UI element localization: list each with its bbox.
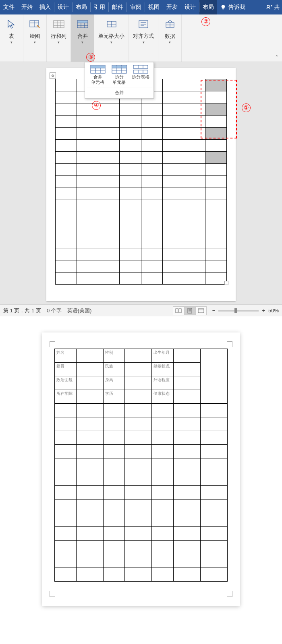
menu-table-design[interactable]: 设计: [181, 0, 199, 14]
view-web-layout[interactable]: [195, 306, 207, 315]
menubar: 文件 开始 插入 设计 布局 引用 邮件 审阅 视图 开发 设计 布局 告诉我 …: [0, 0, 282, 14]
ribbon-group-cell-size[interactable]: 单元格大小 ▾: [94, 14, 129, 62]
cursor-icon: [5, 18, 18, 31]
share-icon[interactable]: [266, 4, 273, 10]
field-education: 学历: [103, 390, 125, 404]
ribbon-label-align: 对齐方式: [133, 33, 154, 39]
merge-cells-button[interactable]: 合并 单元格: [88, 65, 107, 85]
table-resize-handle[interactable]: [224, 281, 228, 285]
tell-me[interactable]: 告诉我: [217, 0, 249, 14]
data-icon: [164, 18, 176, 31]
svg-rect-45: [176, 309, 178, 313]
svg-rect-51: [198, 309, 204, 313]
zoom-controls: − + 50%: [212, 308, 279, 314]
ribbon-label-data: 数据: [165, 33, 175, 39]
status-page[interactable]: 第 1 页，共 1 页: [3, 307, 41, 314]
field-height: 身高: [103, 376, 125, 390]
collapse-ribbon-icon[interactable]: ⌃: [275, 54, 279, 60]
menu-home[interactable]: 开始: [18, 0, 36, 14]
annotation-1: ①: [242, 102, 251, 112]
split-table-label: 拆分表格: [132, 74, 149, 80]
ribbon-group-align[interactable]: 对齐方式 ▾: [129, 14, 158, 62]
menu-view[interactable]: 视图: [145, 0, 163, 14]
document-page[interactable]: ✥: [46, 68, 236, 301]
ribbon-label-draw: 绘图: [30, 33, 40, 39]
ribbon: 表 ▾ 绘图 ▾ 行和列 ▾ 合并 ▾: [0, 14, 282, 62]
menu-file[interactable]: 文件: [0, 0, 18, 14]
zoom-slider[interactable]: [218, 310, 259, 312]
split-table-icon: [133, 65, 148, 74]
status-words[interactable]: 0 个字: [47, 307, 62, 314]
merge-icon: [76, 18, 89, 31]
field-birth: 出生年月: [152, 349, 174, 363]
field-college: 所在学院: [55, 390, 77, 404]
chevron-down-icon: ▾: [10, 40, 12, 44]
ribbon-label-merge: 合并: [77, 33, 88, 39]
preview-area: 姓名 性别 出生年月 籍贯 民族 婚姻状况 政治面貌 身高 外语程度 所在学院 …: [0, 316, 282, 622]
menu-table-layout[interactable]: 布局: [199, 0, 217, 14]
field-origin: 籍贯: [55, 363, 77, 376]
cell-size-icon: [105, 18, 118, 31]
ribbon-group-draw[interactable]: 绘图 ▾: [23, 14, 47, 62]
field-name: 姓名: [55, 349, 77, 363]
menu-layout[interactable]: 布局: [73, 0, 90, 14]
corner-mark: [227, 341, 232, 347]
document-table[interactable]: [55, 79, 227, 285]
ribbon-label-table: 表: [9, 33, 14, 39]
view-print-layout[interactable]: [184, 306, 195, 315]
svg-rect-36: [112, 66, 116, 68]
chevron-down-icon: ▾: [169, 40, 171, 44]
lightbulb-icon: [220, 4, 226, 10]
table-move-handle[interactable]: ✥: [50, 72, 56, 79]
view-buttons: [173, 306, 207, 315]
split-cells-button[interactable]: 拆分 单元格: [110, 65, 129, 85]
view-read-mode[interactable]: [173, 306, 184, 315]
zoom-level[interactable]: 50%: [268, 308, 279, 314]
svg-rect-38: [122, 66, 126, 68]
status-bar: 第 1 页，共 1 页 0 个字 英语(美国) − + 50%: [0, 304, 282, 316]
chevron-down-icon: ▾: [143, 40, 145, 44]
svg-rect-40: [133, 70, 148, 73]
chevron-down-icon: ▾: [58, 40, 60, 44]
menubar-right: 共: [264, 0, 282, 14]
ribbon-group-table[interactable]: 表 ▾: [0, 14, 23, 62]
word-app: 文件 开始 插入 设计 布局 引用 邮件 审阅 视图 开发 设计 布局 告诉我 …: [0, 0, 282, 316]
corner-mark: [50, 591, 55, 597]
status-language[interactable]: 英语(美国): [67, 307, 92, 314]
svg-rect-46: [179, 309, 181, 313]
split-table-button[interactable]: 拆分表格: [131, 65, 150, 85]
corner-mark: [50, 341, 55, 347]
field-gender: 性别: [103, 349, 125, 363]
merge-dropdown: 合并 单元格 拆分 单元格 拆分表格 合并: [85, 62, 154, 99]
grid-icon: [52, 18, 65, 31]
svg-rect-4: [54, 21, 64, 28]
menu-developer[interactable]: 开发: [163, 0, 181, 14]
svg-point-0: [267, 5, 270, 8]
svg-rect-39: [133, 65, 148, 68]
align-icon: [137, 18, 150, 31]
ribbon-group-data[interactable]: 数据 ▾: [158, 14, 182, 62]
merge-cells-icon: [90, 65, 106, 74]
ribbon-group-merge[interactable]: 合并 ▾: [71, 14, 94, 62]
corner-mark: [227, 591, 232, 597]
zoom-in-button[interactable]: +: [262, 308, 265, 314]
preview-page: 姓名 性别 出生年月 籍贯 民族 婚姻状况 政治面貌 身高 外语程度 所在学院 …: [42, 332, 240, 606]
field-political: 政治面貌: [55, 376, 77, 390]
draw-icon: [29, 18, 41, 31]
menu-review[interactable]: 审阅: [127, 0, 145, 14]
svg-rect-14: [78, 21, 87, 23]
menu-mailings[interactable]: 邮件: [109, 0, 126, 14]
split-cells-icon: [112, 65, 127, 74]
menu-insert[interactable]: 插入: [36, 0, 54, 14]
field-ethnicity: 民族: [103, 363, 125, 376]
svg-rect-30: [91, 66, 105, 68]
menu-references[interactable]: 引用: [91, 0, 108, 14]
ribbon-group-rows-cols[interactable]: 行和列 ▾: [47, 14, 71, 62]
chevron-down-icon: ▾: [81, 40, 83, 44]
chevron-down-icon: ▾: [34, 40, 36, 44]
share-text: 共: [274, 4, 280, 11]
field-health: 健康状态: [152, 390, 174, 404]
ribbon-label-rows-cols: 行和列: [51, 33, 66, 39]
menu-design[interactable]: 设计: [54, 0, 72, 14]
zoom-out-button[interactable]: −: [212, 308, 216, 314]
